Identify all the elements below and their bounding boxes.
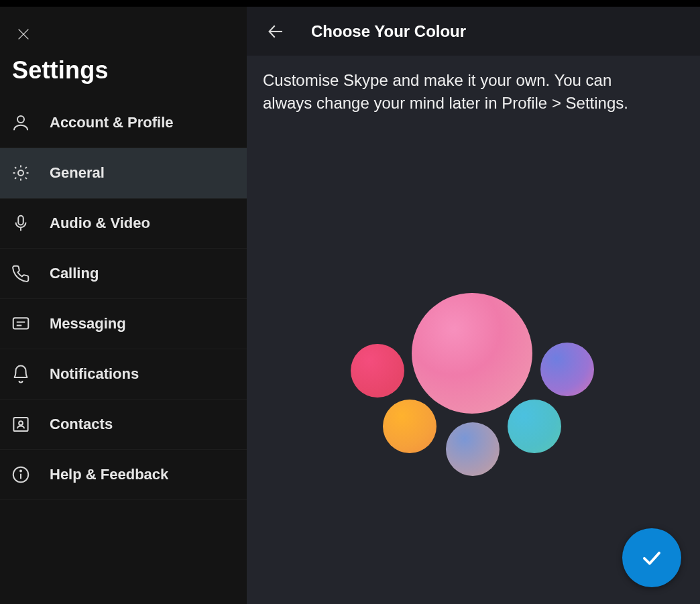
main-panel: Choose Your Colour Customise Skype and m… [247, 7, 700, 604]
svg-point-7 [19, 421, 23, 425]
svg-rect-5 [13, 318, 29, 328]
sidebar-item-label: Notifications [50, 365, 139, 383]
colour-option-muted[interactable] [446, 422, 500, 476]
sidebar-item-label: Contacts [50, 416, 113, 433]
settings-sidebar: Settings Account & Profile General [0, 7, 247, 604]
colour-palette [247, 56, 700, 604]
svg-point-2 [17, 116, 24, 123]
colour-option-purple[interactable] [540, 343, 594, 396]
phone-icon [8, 261, 34, 286]
page-title: Choose Your Colour [311, 22, 466, 41]
sidebar-item-label: Messaging [50, 315, 126, 333]
svg-point-3 [18, 170, 23, 176]
svg-point-10 [20, 471, 21, 472]
profile-icon [8, 110, 34, 135]
colour-option-teal[interactable] [508, 400, 561, 453]
sidebar-item-label: Help & Feedback [50, 466, 168, 483]
sidebar-item-label: Calling [50, 265, 99, 282]
check-icon [639, 545, 664, 570]
confirm-button[interactable] [622, 528, 681, 587]
sidebar-title: Settings [0, 50, 247, 98]
contacts-icon [8, 412, 34, 437]
main-header: Choose Your Colour [247, 7, 700, 56]
sidebar-item-general[interactable]: General [0, 148, 247, 198]
gear-icon [8, 160, 34, 186]
close-button[interactable] [12, 23, 35, 46]
sidebar-item-messaging[interactable]: Messaging [0, 299, 247, 349]
colour-option-pink[interactable] [412, 293, 532, 414]
sidebar-item-calling[interactable]: Calling [0, 249, 247, 299]
svg-rect-4 [18, 216, 23, 225]
close-icon [16, 27, 31, 42]
bell-icon [8, 361, 34, 387]
microphone-icon [8, 210, 34, 236]
info-icon [8, 462, 34, 487]
sidebar-item-notifications[interactable]: Notifications [0, 349, 247, 400]
sidebar-item-account[interactable]: Account & Profile [0, 98, 247, 148]
sidebar-item-audio-video[interactable]: Audio & Video [0, 198, 247, 249]
back-button[interactable] [260, 16, 291, 47]
sidebar-item-contacts[interactable]: Contacts [0, 400, 247, 450]
sidebar-item-label: General [50, 164, 105, 182]
sidebar-item-label: Account & Profile [50, 114, 174, 131]
sidebar-item-label: Audio & Video [50, 215, 150, 232]
colour-option-red[interactable] [351, 344, 404, 398]
arrow-left-icon [266, 21, 286, 42]
message-icon [8, 311, 34, 337]
colour-option-orange[interactable] [383, 400, 436, 453]
sidebar-item-help[interactable]: Help & Feedback [0, 450, 247, 500]
